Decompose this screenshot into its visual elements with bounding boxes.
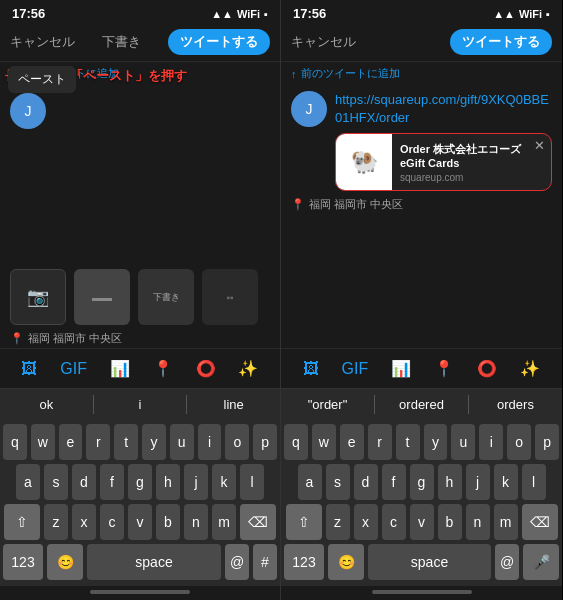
key-v[interactable]: v	[128, 504, 152, 540]
location-toolbar-icon-left[interactable]: 📍	[149, 355, 177, 382]
autocomplete-2-left[interactable]: i	[93, 395, 188, 414]
media-thumb-1[interactable]: ▬▬	[74, 269, 130, 325]
key-m[interactable]: m	[212, 504, 236, 540]
camera-thumb[interactable]: 📷	[10, 269, 66, 325]
rkey-mic[interactable]: 🎤	[523, 544, 559, 580]
rkey-shift[interactable]: ⇧	[286, 504, 322, 540]
key-space[interactable]: space	[87, 544, 221, 580]
rkey-a[interactable]: a	[298, 464, 322, 500]
compose-area-right: J https://squareup.com/gift/9XKQ0BBE01HF…	[281, 85, 562, 195]
autocomplete-2-right[interactable]: ordered	[374, 395, 469, 414]
rkey-d[interactable]: d	[354, 464, 378, 500]
url-text[interactable]: https://squareup.com/gift/9XKQ0BBE01HFX/…	[335, 91, 552, 127]
key-s[interactable]: s	[44, 464, 68, 500]
gif-icon-right[interactable]: GIF	[338, 356, 373, 382]
key-h[interactable]: h	[156, 464, 180, 500]
rkey-h[interactable]: h	[438, 464, 462, 500]
rkey-c[interactable]: c	[382, 504, 406, 540]
cancel-button-left[interactable]: キャンセル	[10, 33, 75, 51]
tweet-button-right[interactable]: ツイートする	[450, 29, 552, 55]
key-emoji[interactable]: 😊	[47, 544, 83, 580]
draft-button-left[interactable]: 下書き	[102, 33, 141, 51]
rkey-l[interactable]: l	[522, 464, 546, 500]
key-n[interactable]: n	[184, 504, 208, 540]
rkey-w[interactable]: w	[312, 424, 336, 460]
circle-icon-left[interactable]: ⭕	[192, 355, 220, 382]
rkey-emoji[interactable]: 😊	[328, 544, 364, 580]
rkey-z[interactable]: z	[326, 504, 350, 540]
compose-text-left[interactable]	[54, 93, 270, 129]
autocomplete-1-left[interactable]: ok	[0, 395, 93, 414]
sparkle-icon-left[interactable]: ✨	[234, 355, 262, 382]
key-k[interactable]: k	[212, 464, 236, 500]
key-e[interactable]: e	[59, 424, 83, 460]
key-shift[interactable]: ⇧	[4, 504, 40, 540]
tweet-button-left[interactable]: ツイートする	[168, 29, 270, 55]
key-x[interactable]: x	[72, 504, 96, 540]
autocomplete-3-left[interactable]: line	[187, 395, 280, 414]
rkey-o[interactable]: o	[507, 424, 531, 460]
image-icon-right[interactable]: 🖼	[299, 356, 323, 382]
rkey-u[interactable]: u	[451, 424, 475, 460]
rkey-j[interactable]: j	[466, 464, 490, 500]
key-q[interactable]: q	[3, 424, 27, 460]
circle-icon-right[interactable]: ⭕	[473, 355, 501, 382]
sparkle-icon-right[interactable]: ✨	[516, 355, 544, 382]
rkey-p[interactable]: p	[535, 424, 559, 460]
key-i[interactable]: i	[198, 424, 222, 460]
key-p[interactable]: p	[253, 424, 277, 460]
cancel-button-right[interactable]: キャンセル	[291, 33, 356, 51]
rkey-s[interactable]: s	[326, 464, 350, 500]
rkey-f[interactable]: f	[382, 464, 406, 500]
key-w[interactable]: w	[31, 424, 55, 460]
key-d[interactable]: d	[72, 464, 96, 500]
key-o[interactable]: o	[225, 424, 249, 460]
rkey-m[interactable]: m	[494, 504, 518, 540]
rkey-v[interactable]: v	[410, 504, 434, 540]
key-a[interactable]: a	[16, 464, 40, 500]
rkey-g[interactable]: g	[410, 464, 434, 500]
chart-icon-left[interactable]: 📊	[106, 355, 134, 382]
rkey-q[interactable]: q	[284, 424, 308, 460]
rkey-r[interactable]: r	[368, 424, 392, 460]
key-z[interactable]: z	[44, 504, 68, 540]
rkey-b[interactable]: b	[438, 504, 462, 540]
key-backspace[interactable]: ⌫	[240, 504, 276, 540]
rkey-e[interactable]: e	[340, 424, 364, 460]
key-r[interactable]: r	[86, 424, 110, 460]
chart-icon-right[interactable]: 📊	[387, 355, 415, 382]
rkey-k[interactable]: k	[494, 464, 518, 500]
paste-popup[interactable]: ペースト	[8, 66, 76, 93]
media-thumb-3[interactable]: ▪▪	[202, 269, 258, 325]
key-hash[interactable]: #	[253, 544, 277, 580]
gif-icon-left[interactable]: GIF	[56, 356, 91, 382]
rkey-t[interactable]: t	[396, 424, 420, 460]
rkey-num[interactable]: 123	[284, 544, 324, 580]
rkey-at[interactable]: @	[495, 544, 519, 580]
key-l[interactable]: l	[240, 464, 264, 500]
bottom-toolbar-left: 🖼 GIF 📊 📍 ⭕ ✨	[0, 348, 280, 388]
rkey-y[interactable]: y	[424, 424, 448, 460]
key-u[interactable]: u	[170, 424, 194, 460]
link-preview-close-button[interactable]: ✕	[534, 138, 545, 153]
key-j[interactable]: j	[184, 464, 208, 500]
key-f[interactable]: f	[100, 464, 124, 500]
rkey-i[interactable]: i	[479, 424, 503, 460]
media-thumb-2[interactable]: 下書き	[138, 269, 194, 325]
key-at[interactable]: @	[225, 544, 249, 580]
rkey-x[interactable]: x	[354, 504, 378, 540]
key-g[interactable]: g	[128, 464, 152, 500]
key-b[interactable]: b	[156, 504, 180, 540]
rkey-n[interactable]: n	[466, 504, 490, 540]
key-t[interactable]: t	[114, 424, 138, 460]
key-c[interactable]: c	[100, 504, 124, 540]
image-icon-left[interactable]: 🖼	[17, 356, 41, 382]
location-toolbar-icon-right[interactable]: 📍	[430, 355, 458, 382]
rkey-backspace[interactable]: ⌫	[522, 504, 558, 540]
rkey-space[interactable]: space	[368, 544, 491, 580]
autocomplete-1-right[interactable]: "order"	[281, 395, 374, 414]
key-num[interactable]: 123	[3, 544, 43, 580]
key-y[interactable]: y	[142, 424, 166, 460]
home-indicator-right	[281, 586, 562, 600]
autocomplete-3-right[interactable]: orders	[469, 395, 562, 414]
